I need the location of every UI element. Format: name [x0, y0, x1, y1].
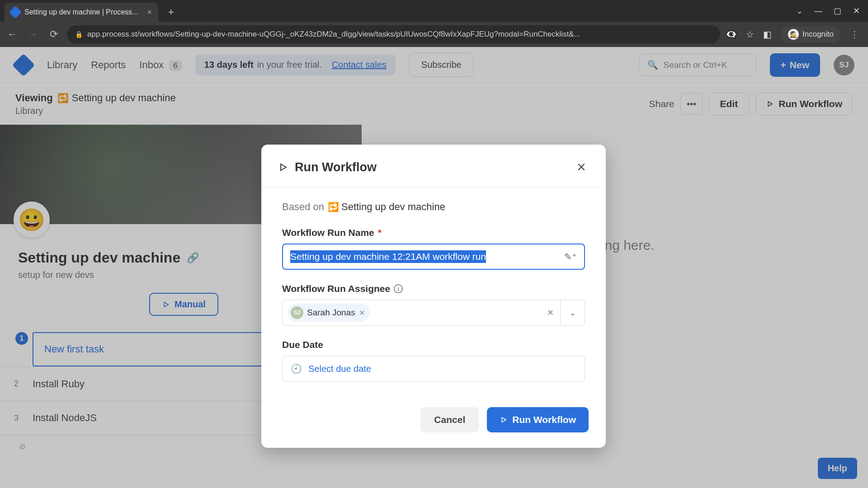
- minimize-icon[interactable]: —: [815, 7, 822, 14]
- url-field[interactable]: 🔒 app.process.st/workflows/Setting-up-de…: [67, 25, 720, 43]
- tab-title: Setting up dev machine | Process...: [24, 8, 138, 16]
- maximize-icon[interactable]: ▢: [834, 7, 841, 14]
- modal-title-text: Run Workflow: [295, 160, 377, 174]
- chip-remove-icon[interactable]: ✕: [359, 309, 365, 317]
- run-workflow-submit-button[interactable]: Run Workflow: [487, 407, 589, 432]
- lock-icon: 🔒: [75, 31, 83, 38]
- chip-avatar: SJ: [291, 306, 303, 319]
- incognito-badge[interactable]: 🕵 Incognito: [781, 26, 841, 42]
- workflow-icon: 🔁: [328, 203, 338, 211]
- assignee-select[interactable]: SJ Sarah Jonas ✕ ✕ ⌄: [282, 300, 585, 326]
- based-on-row: Based on 🔁 Setting up dev machine: [282, 201, 585, 213]
- run-workflow-modal: Run Workflow ✕ Based on 🔁 Setting up dev…: [261, 145, 606, 448]
- reload-icon[interactable]: ⟳: [46, 27, 61, 42]
- play-icon: [278, 162, 288, 173]
- magic-wand-icon[interactable]: ✎⁺: [564, 251, 577, 262]
- play-icon: [500, 416, 508, 424]
- extensions-icon[interactable]: ◧: [763, 29, 772, 40]
- addr-right: 👁‍🗨 ☆ ◧ 🕵 Incognito ⋮: [726, 26, 863, 42]
- cancel-button[interactable]: Cancel: [420, 407, 479, 432]
- window-controls: ⌄ — ▢ ✕: [796, 0, 868, 22]
- modal-close-button[interactable]: ✕: [573, 159, 590, 175]
- based-on-name: Setting up dev machine: [341, 201, 445, 213]
- close-window-icon[interactable]: ✕: [853, 7, 860, 14]
- due-date-label: Due Date: [282, 339, 585, 350]
- address-bar: ← → ⟳ 🔒 app.process.st/workflows/Setting…: [0, 22, 868, 47]
- back-icon[interactable]: ←: [5, 27, 20, 42]
- assignee-chips: SJ Sarah Jonas ✕: [283, 304, 540, 322]
- tab-close-icon[interactable]: ×: [147, 8, 152, 17]
- star-icon[interactable]: ☆: [746, 29, 754, 40]
- incognito-icon: 🕵: [788, 29, 799, 40]
- clock-icon: 🕘: [291, 363, 302, 374]
- run-name-value: Setting up dev machine 12:21AM workflow …: [290, 250, 486, 263]
- incognito-label: Incognito: [802, 30, 834, 39]
- modal-header: Run Workflow ✕: [261, 145, 606, 187]
- url-text: app.process.st/workflows/Setting-up-dev-…: [87, 30, 580, 39]
- tabs-dropdown-icon[interactable]: ⌄: [796, 7, 803, 14]
- kebab-menu-icon[interactable]: ⋮: [850, 29, 859, 40]
- assignee-dropdown-icon[interactable]: ⌄: [560, 300, 585, 325]
- run-name-input[interactable]: Setting up dev machine 12:21AM workflow …: [282, 244, 585, 270]
- info-icon[interactable]: i: [394, 284, 403, 293]
- clear-assignees-icon[interactable]: ✕: [540, 308, 560, 318]
- due-date-input[interactable]: 🕘 Select due date: [282, 356, 585, 382]
- assignee-chip: SJ Sarah Jonas ✕: [288, 304, 369, 322]
- browser-tab[interactable]: Setting up dev machine | Process... ×: [5, 3, 158, 22]
- required-star: *: [378, 227, 382, 238]
- new-tab-button[interactable]: +: [162, 3, 180, 22]
- name-field-label: Workflow Run Name *: [282, 227, 585, 238]
- due-date-placeholder: Select due date: [308, 364, 371, 374]
- favicon: [9, 6, 22, 19]
- forward-icon[interactable]: →: [25, 27, 41, 42]
- assignee-label-text: Workflow Run Assignee: [282, 283, 390, 294]
- run-label: Run Workflow: [512, 414, 576, 425]
- chip-name: Sarah Jonas: [307, 308, 355, 318]
- browser-chrome: Setting up dev machine | Process... × + …: [0, 0, 868, 47]
- modal-title: Run Workflow: [278, 160, 377, 174]
- based-on-label: Based on: [282, 201, 324, 213]
- name-label-text: Workflow Run Name: [282, 227, 374, 238]
- assignee-field-label: Workflow Run Assignee i: [282, 283, 585, 294]
- tab-bar: Setting up dev machine | Process... × + …: [0, 0, 868, 22]
- modal-body: Based on 🔁 Setting up dev machine Workfl…: [261, 188, 606, 395]
- modal-footer: Cancel Run Workflow: [261, 395, 606, 448]
- eye-off-icon[interactable]: 👁‍🗨: [726, 29, 737, 40]
